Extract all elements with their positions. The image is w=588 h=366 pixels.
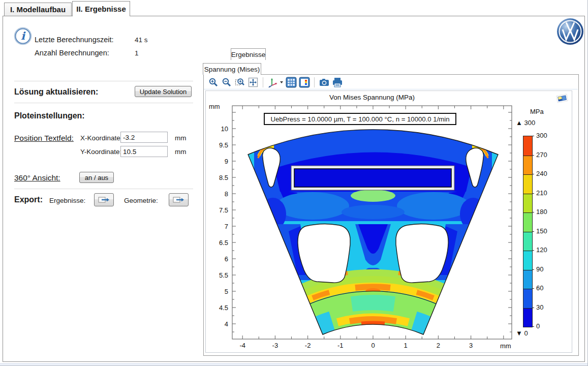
plot-toolbar <box>204 75 578 89</box>
export-geometry-button[interactable] <box>169 193 189 206</box>
print-button[interactable] <box>331 76 344 88</box>
view-orientation-button[interactable] <box>267 76 284 88</box>
flux-barrier-cutout-right <box>396 224 448 283</box>
view-360-toggle-button[interactable]: an / aus <box>79 172 114 183</box>
svg-text:10: 10 <box>221 125 228 133</box>
svg-text:8: 8 <box>225 190 228 198</box>
x-unit-label: mm <box>175 134 187 142</box>
plot-area[interactable]: Von Mises Spannung (MPa) mm mm UebPress … <box>205 90 572 353</box>
plot-settings-heading: Ploteinstellungen: <box>14 111 85 120</box>
app-window: I. Modellaufbau II. Ergebnisse i Letzte … <box>0 0 588 366</box>
svg-text:-2: -2 <box>305 342 311 349</box>
svg-text:6.5: 6.5 <box>219 239 228 247</box>
tab-modellaufbau-label: I. Modellaufbau <box>10 5 66 14</box>
separator <box>14 103 193 103</box>
export-heading: Export: <box>14 195 43 204</box>
svg-text:5: 5 <box>225 288 228 295</box>
zoom-extents-icon <box>248 77 258 87</box>
tab-spannung-mises[interactable]: Spannung (Mises) <box>203 63 261 75</box>
legend-icon <box>299 77 310 88</box>
svg-text:3: 3 <box>469 342 473 349</box>
zoom-box-button[interactable] <box>234 76 246 88</box>
view-360-toggle-label: an / aus <box>85 174 108 181</box>
svg-text:6: 6 <box>225 255 228 263</box>
color-legend-bar <box>523 136 533 327</box>
svg-text:7: 7 <box>225 223 228 230</box>
export-icon <box>173 196 185 204</box>
x-coordinate-label: X-Koordinate: <box>80 134 122 142</box>
legend-unit: MPa <box>530 108 544 115</box>
tab-ergebnisse-view-label: Ergebnisse <box>231 51 266 58</box>
x-coordinate-input[interactable] <box>120 132 168 143</box>
magnet <box>294 169 451 187</box>
separator <box>14 81 193 81</box>
y-coordinate-input[interactable] <box>120 146 168 157</box>
snapshot-button[interactable] <box>318 76 330 88</box>
computation-count-value: 1 <box>135 49 139 57</box>
vw-logo <box>556 18 584 45</box>
svg-text:7.5: 7.5 <box>219 206 228 214</box>
window-bottom-strip <box>0 363 588 365</box>
tab-spannung-mises-label: Spannung (Mises) <box>204 66 260 73</box>
show-grid-button[interactable] <box>285 76 297 88</box>
svg-text:-3: -3 <box>272 342 278 349</box>
zoom-in-button[interactable] <box>207 76 220 88</box>
flux-barrier-cutout-left <box>298 224 350 283</box>
y-unit-label: mm <box>175 148 187 156</box>
zoom-extents-button[interactable] <box>247 76 259 88</box>
zoom-in-icon <box>208 77 219 87</box>
export-results-label: Ergebnisse: <box>49 197 85 204</box>
svg-text:4.5: 4.5 <box>219 304 228 312</box>
tab-ergebnisse-main[interactable]: II. Ergebnisse <box>72 1 130 16</box>
view-orientation-icon <box>267 77 284 88</box>
plot-window-icon[interactable] <box>554 92 570 105</box>
svg-text:5.5: 5.5 <box>219 271 228 279</box>
grid-icon <box>286 77 297 88</box>
tab-modellaufbau[interactable]: I. Modellaufbau <box>4 3 72 16</box>
tab-ergebnisse-main-label: II. Ergebnisse <box>76 5 126 13</box>
tab-ergebnisse-view[interactable]: Ergebnisse <box>231 48 266 60</box>
textfield-position-label: Position Textfeld: <box>14 134 74 143</box>
svg-text:1: 1 <box>404 342 408 349</box>
svg-text:9.5: 9.5 <box>219 141 228 149</box>
legend-min-marker: ▼ 0 <box>516 329 528 337</box>
svg-text:-1: -1 <box>337 342 344 349</box>
svg-text:9: 9 <box>225 158 228 165</box>
show-legend-button[interactable] <box>298 76 311 88</box>
legend-max-marker: ▲ 300 <box>516 119 535 127</box>
toolbar-separator <box>263 77 263 87</box>
zoom-out-button[interactable] <box>221 76 233 88</box>
stress-surface-plot: -4-3-2-10123109.598.587.576.565.554.54 <box>206 91 572 352</box>
last-computation-label: Letzte Berechnungszeit: <box>35 36 114 44</box>
info-icon: i <box>13 26 33 46</box>
update-solution-button[interactable]: Update Solution <box>135 86 192 97</box>
camera-icon <box>319 77 330 88</box>
printer-icon <box>332 77 343 88</box>
update-solution-button-label: Update Solution <box>140 88 187 96</box>
zoom-box-icon <box>235 77 245 87</box>
export-icon <box>98 196 110 204</box>
update-solution-heading: Lösung aktualisieren: <box>14 87 98 97</box>
separator <box>14 189 193 189</box>
parameter-annotation: UebPress = 10.0000 µm, T = 100.000 °C, n… <box>264 113 456 125</box>
toolbar-separator <box>314 77 315 87</box>
export-geometry-label: Geometrie: <box>124 197 158 204</box>
svg-text:2: 2 <box>437 342 440 349</box>
svg-text:0: 0 <box>371 342 375 349</box>
parameter-annotation-text: UebPress = 10.0000 µm, T = 100.000 °C, n… <box>270 115 449 123</box>
svg-text:4: 4 <box>225 320 228 328</box>
svg-text:8.5: 8.5 <box>219 174 228 181</box>
y-coordinate-label: Y-Koordinate: <box>80 148 121 156</box>
view-360-label: 360° Ansicht: <box>14 173 60 182</box>
svg-text:-4: -4 <box>239 342 245 349</box>
computation-count-label: Anzahl Berechnungen: <box>35 49 109 57</box>
export-results-button[interactable] <box>94 193 114 206</box>
last-computation-value: 41 s <box>135 36 148 44</box>
zoom-out-icon <box>222 77 232 87</box>
